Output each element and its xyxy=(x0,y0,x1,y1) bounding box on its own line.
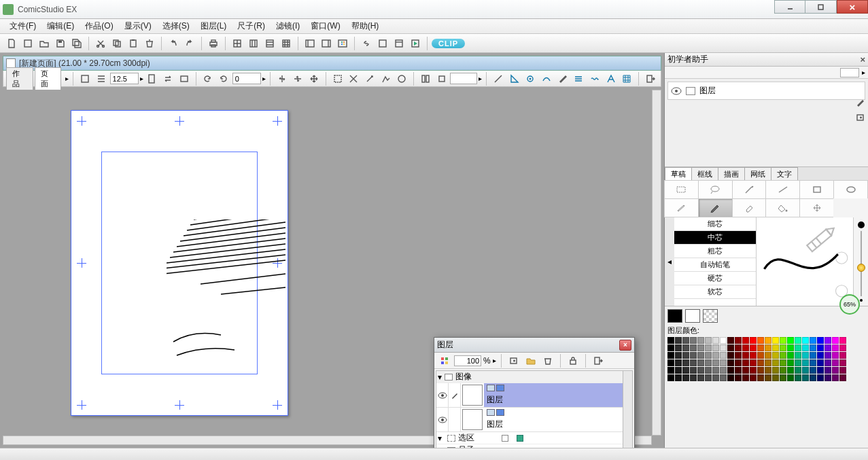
svg-rect-16 xyxy=(283,40,290,47)
paste-icon[interactable] xyxy=(126,36,141,51)
open-icon[interactable] xyxy=(37,36,52,51)
grid2-icon[interactable] xyxy=(246,36,261,51)
titlebar: ComicStudio EX × xyxy=(0,0,868,19)
svg-rect-1 xyxy=(818,5,823,10)
cut-icon[interactable] xyxy=(93,36,108,51)
redo-icon[interactable] xyxy=(182,36,197,51)
panel3-icon[interactable] xyxy=(335,36,350,51)
window-close-button[interactable]: × xyxy=(837,0,868,14)
svg-rect-23 xyxy=(343,43,345,45)
menubar: 文件(F) 编辑(E) 作品(O) 显示(V) 选择(S) 图层(L) 尺子(R… xyxy=(0,19,868,34)
menu-ruler[interactable]: 尺子(R) xyxy=(232,20,271,32)
menu-help[interactable]: 帮助(H) xyxy=(346,20,385,32)
menu-work[interactable]: 作品(O) xyxy=(80,20,118,32)
window-maximize-button[interactable] xyxy=(805,0,837,14)
svg-rect-8 xyxy=(131,40,136,47)
grid3-icon[interactable] xyxy=(262,36,277,51)
svg-rect-17 xyxy=(306,40,314,47)
grid4-icon[interactable] xyxy=(279,36,294,51)
main-toolbar: CLIP xyxy=(0,34,868,53)
delete-icon[interactable] xyxy=(142,36,157,51)
menu-filter[interactable]: 滤镜(I) xyxy=(271,20,305,32)
svg-rect-20 xyxy=(341,41,343,43)
clip-badge[interactable]: CLIP xyxy=(432,39,465,48)
svg-rect-25 xyxy=(396,40,402,47)
menu-view[interactable]: 显示(V) xyxy=(119,20,157,32)
print-icon[interactable] xyxy=(206,36,221,51)
new-page-icon[interactable] xyxy=(20,36,35,51)
copy-icon[interactable] xyxy=(109,36,124,51)
svg-rect-15 xyxy=(266,40,273,47)
grid1-icon[interactable] xyxy=(230,36,245,51)
save-all-icon[interactable] xyxy=(69,36,84,51)
menu-window[interactable]: 窗口(W) xyxy=(305,20,345,32)
palette-icon[interactable] xyxy=(375,36,390,51)
save-icon[interactable] xyxy=(53,36,68,51)
undo-icon[interactable] xyxy=(166,36,181,51)
menu-file[interactable]: 文件(F) xyxy=(4,20,41,32)
panel2-icon[interactable] xyxy=(319,36,334,51)
svg-rect-21 xyxy=(343,41,345,43)
window-icon[interactable] xyxy=(392,36,406,51)
svg-rect-11 xyxy=(211,40,215,42)
svg-rect-9 xyxy=(132,39,135,41)
svg-rect-18 xyxy=(322,40,330,47)
svg-rect-2 xyxy=(24,40,31,47)
play-icon[interactable] xyxy=(408,36,423,51)
new-file-icon[interactable] xyxy=(4,36,19,51)
link-icon[interactable] xyxy=(359,36,374,51)
menu-select[interactable]: 选择(S) xyxy=(157,20,195,32)
svg-rect-24 xyxy=(379,40,386,47)
svg-rect-14 xyxy=(250,40,257,47)
menu-layer[interactable]: 图层(L) xyxy=(195,20,232,32)
panel1-icon[interactable] xyxy=(302,36,317,51)
svg-rect-22 xyxy=(341,43,343,45)
app-icon xyxy=(3,4,14,15)
app-title: ComicStudio EX xyxy=(18,5,77,14)
menu-edit[interactable]: 编辑(E) xyxy=(41,20,80,32)
window-minimize-button[interactable] xyxy=(774,0,805,14)
svg-rect-3 xyxy=(58,41,62,43)
